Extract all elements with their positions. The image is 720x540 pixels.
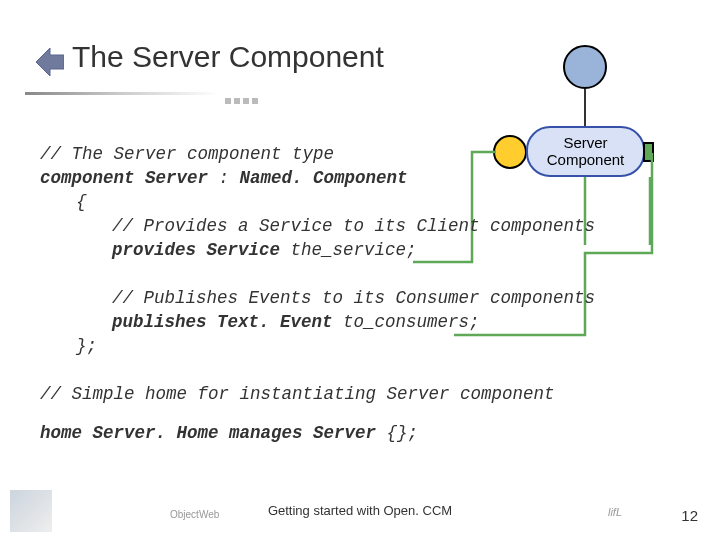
code-comment: // The Server component type	[40, 142, 670, 166]
lifl-logo-icon: lifL	[600, 506, 630, 526]
code-line: publishes Text. Event to_consumers;	[40, 310, 670, 334]
top-interface-circle-icon	[563, 45, 607, 89]
code-line: {	[40, 190, 670, 214]
code-blank	[40, 262, 670, 286]
slide-title: The Server Component	[72, 40, 384, 74]
code-comment: // Provides a Service to its Client comp…	[40, 214, 670, 238]
footer-text: Getting started with Open. CCM	[268, 503, 452, 518]
title-underline	[25, 92, 220, 95]
code-line: component Server : Named. Component	[40, 166, 670, 190]
title-dots-icon	[225, 90, 261, 108]
title-bullet-icon	[36, 48, 64, 76]
code-comment: // Simple home for instantiating Server …	[40, 382, 670, 406]
page-number: 12	[681, 507, 698, 524]
code-comment: // Publishes Events to its Consumer comp…	[40, 286, 670, 310]
code-line: provides Service the_service;	[40, 238, 670, 262]
code-line: };	[40, 334, 670, 358]
code-blank	[40, 358, 670, 382]
idl-code-block: // The Server component type component S…	[40, 142, 670, 406]
code-home-line: home Server. Home manages Server {};	[40, 423, 418, 443]
